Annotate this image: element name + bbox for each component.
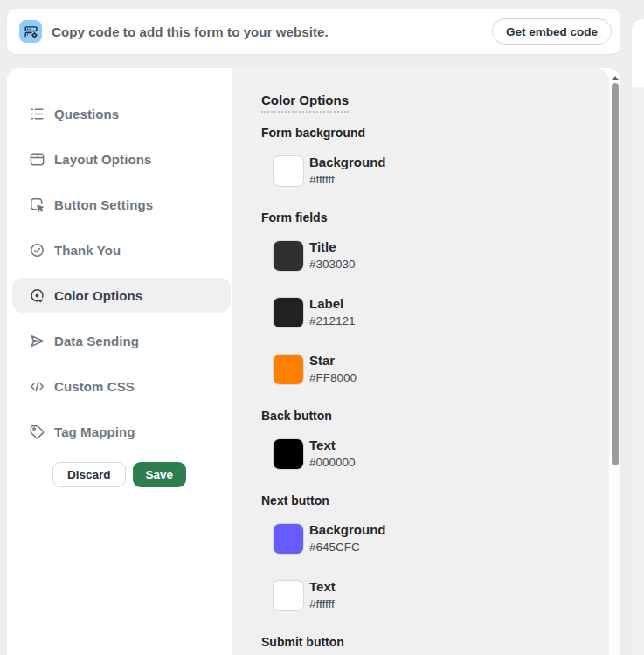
color-setting-row[interactable]: Star #FF8000 [274, 352, 592, 386]
embed-code-icon [19, 20, 42, 43]
sidebar-item-label: Color Options [54, 288, 142, 303]
color-wheel-icon [29, 287, 45, 304]
color-section-heading: Next button [261, 493, 592, 507]
sidebar-item-label: Custom CSS [54, 379, 135, 394]
color-section: Next button Background #645CFC Text #fff… [261, 493, 592, 612]
sidebar-actions: Discard Save [7, 462, 232, 487]
color-section-heading: Form background [261, 126, 592, 140]
save-button[interactable]: Save [133, 462, 187, 487]
color-section: Form background Background #ffffff [261, 126, 592, 188]
color-section: Submit button [261, 635, 592, 649]
color-setting-label: Background [309, 521, 386, 539]
sidebar-item-thank-you[interactable]: Thank You [12, 227, 231, 272]
color-setting-label: Text [309, 437, 356, 454]
send-icon [29, 333, 45, 349]
discard-button[interactable]: Discard [52, 462, 126, 487]
color-options-panel: Color Options Form background Background… [232, 68, 609, 655]
color-setting-row[interactable]: Label #212121 [274, 295, 592, 329]
sidebar-item-color-options[interactable]: Color Options [12, 278, 231, 313]
color-swatch[interactable] [274, 298, 303, 328]
sidebar-item-data-sending[interactable]: Data Sending [12, 318, 231, 363]
color-setting-hex: #645CFC [309, 539, 386, 555]
color-setting-label: Background [309, 154, 386, 171]
panel-title: Color Options [261, 93, 349, 113]
code-icon [29, 378, 45, 395]
sidebar-item-label: Layout Options [54, 152, 151, 167]
color-section-heading: Submit button [261, 635, 592, 649]
color-setting-hex: #000000 [309, 454, 356, 471]
sidebar-item-label: Thank You [54, 243, 121, 258]
sidebar-item-custom-css[interactable]: Custom CSS [12, 363, 231, 409]
color-setting-row[interactable]: Text #000000 [274, 437, 592, 471]
color-setting-row[interactable]: Background #645CFC [274, 521, 592, 555]
button-cursor-icon [29, 196, 45, 213]
adjacent-panel-edge [632, 19, 644, 655]
adjacent-panel-body [632, 87, 644, 655]
embed-message: Copy code to add this form to your websi… [52, 24, 329, 39]
color-setting-hex: #303030 [309, 256, 356, 272]
color-setting-row[interactable]: Title #303030 [274, 238, 592, 272]
color-swatch[interactable] [274, 156, 303, 186]
color-setting-hex: #ffffff [309, 171, 386, 188]
settings-sidebar: Questions Layout Options Button Settings… [7, 68, 232, 655]
color-setting-label: Title [309, 238, 356, 256]
list-icon [29, 106, 45, 122]
scrollbar-up-arrow[interactable] [612, 76, 619, 80]
get-embed-code-button[interactable]: Get embed code [492, 18, 612, 45]
color-swatch[interactable] [274, 581, 303, 610]
sidebar-item-tag-mapping[interactable]: Tag Mapping [12, 409, 231, 454]
scrollbar[interactable] [609, 68, 620, 655]
color-swatch[interactable] [274, 355, 303, 384]
sidebar-item-questions[interactable]: Questions [12, 91, 231, 136]
color-setting-row[interactable]: Background #ffffff [274, 154, 592, 188]
embed-banner: Copy code to add this form to your websi… [7, 9, 620, 54]
form-settings-card: Questions Layout Options Button Settings… [7, 68, 620, 655]
color-section-heading: Back button [261, 409, 592, 423]
color-swatch[interactable] [274, 524, 303, 554]
color-section: Back button Text #000000 [261, 409, 592, 471]
color-setting-hex: #ffffff [309, 596, 336, 612]
sidebar-item-label: Questions [54, 107, 119, 121]
color-setting-label: Label [309, 295, 356, 313]
tag-icon [29, 424, 45, 440]
check-circle-icon [29, 242, 45, 259]
sidebar-item-label: Data Sending [54, 334, 139, 348]
color-setting-row[interactable]: Text #ffffff [274, 578, 592, 612]
color-setting-hex: #212121 [309, 313, 356, 329]
scrollbar-thumb[interactable] [612, 83, 619, 465]
layout-icon [29, 151, 45, 168]
color-swatch[interactable] [274, 439, 303, 469]
sidebar-item-label: Button Settings [54, 197, 153, 212]
color-section: Form fields Title #303030 Label #212121 … [261, 210, 592, 386]
sidebar-item-button-settings[interactable]: Button Settings [12, 182, 231, 227]
sidebar-item-layout-options[interactable]: Layout Options [12, 136, 231, 182]
color-swatch[interactable] [274, 241, 303, 271]
color-section-heading: Form fields [261, 210, 592, 224]
sidebar-item-label: Tag Mapping [54, 424, 135, 439]
color-setting-label: Text [309, 578, 336, 596]
color-setting-label: Star [309, 352, 357, 369]
color-setting-hex: #FF8000 [309, 369, 357, 386]
